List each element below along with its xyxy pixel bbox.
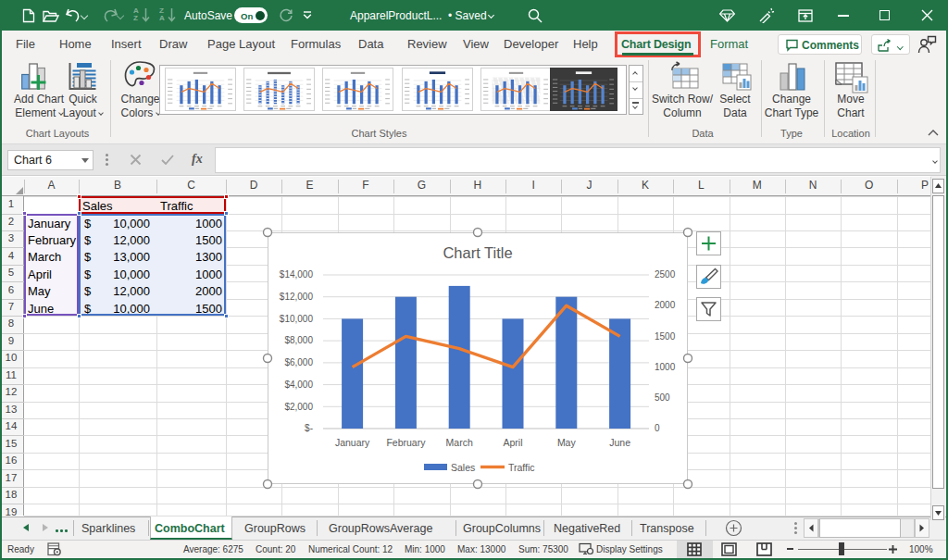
svg-text:Traffic: Traffic: [508, 462, 535, 473]
svg-text:March: March: [446, 437, 473, 448]
svg-text:1000: 1000: [655, 362, 676, 372]
svg-text:June: June: [609, 437, 630, 448]
svg-text:$2,000: $2,000: [284, 402, 313, 412]
svg-text:0: 0: [655, 423, 660, 433]
svg-text:$8,000: $8,000: [284, 335, 313, 345]
svg-text:Sales: Sales: [451, 462, 475, 473]
svg-text:$10,000: $10,000: [280, 314, 314, 324]
svg-text:$6,000: $6,000: [284, 357, 313, 367]
svg-text:$14,000: $14,000: [280, 269, 314, 280]
svg-text:May: May: [557, 437, 577, 448]
svg-text:January: January: [335, 437, 370, 448]
svg-text:$12,000: $12,000: [280, 292, 314, 302]
svg-text:Chart Title: Chart Title: [443, 244, 512, 261]
svg-text:2000: 2000: [655, 300, 676, 310]
svg-text:February: February: [386, 437, 426, 448]
svg-text:April: April: [503, 437, 522, 448]
svg-text:$-: $-: [305, 423, 313, 433]
svg-text:2500: 2500: [655, 269, 676, 280]
svg-text:$4,000: $4,000: [284, 380, 313, 390]
svg-text:1500: 1500: [655, 331, 676, 342]
svg-text:500: 500: [655, 392, 670, 403]
